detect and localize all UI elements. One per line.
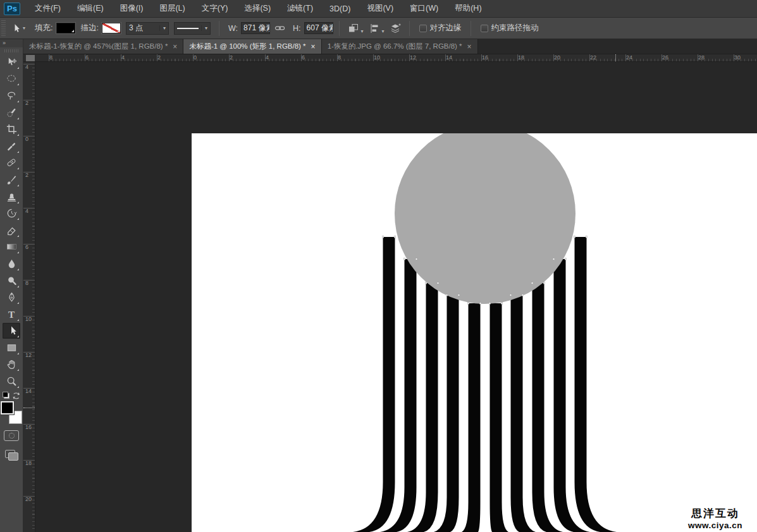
tool-blur[interactable] xyxy=(3,256,20,272)
menu-item-4[interactable]: 文字(Y) xyxy=(194,0,237,17)
options-bar: ▾ 填充: 描边: 3 点 ▾ ▾ W: 871 像素 H: 607 像素 ▾ … xyxy=(0,18,757,39)
fill-color-swatch[interactable] xyxy=(56,23,75,33)
watermark-url: www.ciya.cn xyxy=(682,521,749,530)
path-anchor-point[interactable] xyxy=(510,294,512,296)
tool-history-brush[interactable] xyxy=(3,205,20,221)
pasteboard[interactable]: 思洋互动 www.ciya.cn xyxy=(35,62,757,532)
shape-width-field[interactable]: 871 像素 xyxy=(241,22,270,34)
path-anchor-point[interactable] xyxy=(403,258,405,260)
width-label: W: xyxy=(228,24,238,33)
path-anchor-point[interactable] xyxy=(574,236,575,238)
ruler-origin-corner[interactable] xyxy=(23,54,35,61)
solid-line-icon xyxy=(177,28,199,29)
stroke-width-select[interactable]: 3 点 ▾ xyxy=(126,22,169,35)
horizontal-ruler[interactable]: 8642024681012141618202224262830 xyxy=(35,54,757,61)
photoshop-logo[interactable]: Ps xyxy=(4,3,20,15)
path-anchor-point[interactable] xyxy=(479,303,481,305)
menu-item-3[interactable]: 图层(L) xyxy=(151,0,193,17)
tool-type[interactable]: T xyxy=(3,306,20,322)
v-ruler-number: 2 xyxy=(25,172,32,178)
path-operations-button[interactable]: ▾ xyxy=(348,23,364,34)
menu-item-10[interactable]: 帮助(H) xyxy=(446,0,489,17)
tool-move[interactable] xyxy=(3,54,20,70)
current-tool-preset[interactable]: ▾ xyxy=(9,23,25,34)
path-anchor-point[interactable] xyxy=(489,303,491,305)
menu-item-1[interactable]: 编辑(E) xyxy=(69,0,112,17)
ruler-row: 8642024681012141618202224262830 xyxy=(23,54,757,62)
tool-elliptical-marquee[interactable] xyxy=(3,71,20,87)
path-anchor-point[interactable] xyxy=(382,236,384,238)
tool-clone-stamp[interactable] xyxy=(3,189,20,205)
tool-rectangle[interactable] xyxy=(3,340,20,356)
tab-close-icon[interactable]: × xyxy=(467,44,472,50)
path-alignment-icon xyxy=(369,23,380,34)
path-anchor-point[interactable] xyxy=(553,258,555,260)
tab-close-icon[interactable]: × xyxy=(173,44,177,50)
menu-item-5[interactable]: 选择(S) xyxy=(236,0,279,17)
tool-gradient[interactable] xyxy=(3,239,20,255)
link-dimensions-button[interactable] xyxy=(274,23,285,33)
h-ruler-number: 18 xyxy=(518,54,524,61)
document-area: 未标题-1-恢复的 @ 457%(图层 1, RGB/8) *×未标题-1 @ … xyxy=(23,39,757,532)
tool-lasso[interactable] xyxy=(3,88,20,104)
tool-crop[interactable] xyxy=(3,121,20,137)
path-anchor-point[interactable] xyxy=(531,282,533,284)
h-ruler-number: 2 xyxy=(157,54,161,61)
shape-height-field[interactable]: 607 像素 xyxy=(304,22,333,34)
swap-colors-icon[interactable] xyxy=(11,391,21,401)
toolbar-grip[interactable] xyxy=(4,49,18,52)
screen-mode-button[interactable] xyxy=(4,449,19,461)
chevron-down-icon: ▾ xyxy=(159,25,166,31)
canvas[interactable]: 思洋互动 www.ciya.cn xyxy=(192,133,757,532)
path-anchor-point[interactable] xyxy=(394,236,396,238)
document-tab-2[interactable]: 1-恢复的.JPG @ 66.7% (图层 7, RGB/8) *× xyxy=(322,39,478,54)
align-edges-checkbox[interactable] xyxy=(419,25,427,32)
path-anchor-point[interactable] xyxy=(458,294,460,296)
path-anchor-point[interactable] xyxy=(501,303,503,305)
document-tab-0[interactable]: 未标题-1-恢复的 @ 457%(图层 1, RGB/8) *× xyxy=(23,39,183,54)
stroke-color-swatch[interactable] xyxy=(102,23,121,33)
path-anchor-point[interactable] xyxy=(565,258,567,260)
constrain-path-drag-checkbox[interactable] xyxy=(481,25,488,32)
path-alignment-button[interactable]: ▾ xyxy=(369,23,385,34)
collapse-toolbar-button[interactable]: » xyxy=(0,39,23,47)
vertical-ruler[interactable]: 4202468101214161820 xyxy=(23,62,35,532)
stroke-type-select[interactable]: ▾ xyxy=(174,22,211,35)
tool-hand[interactable] xyxy=(3,356,20,372)
path-anchor-point[interactable] xyxy=(543,282,545,284)
menu-item-8[interactable]: 视图(V) xyxy=(359,0,402,17)
artwork-svg xyxy=(192,133,757,532)
menu-item-9[interactable]: 窗口(W) xyxy=(402,0,446,17)
path-anchor-point[interactable] xyxy=(425,282,427,284)
quick-mask-button[interactable] xyxy=(4,430,19,441)
options-bar-grip[interactable] xyxy=(1,20,6,37)
tool-spot-healing-brush[interactable] xyxy=(3,155,20,171)
menu-item-7[interactable]: 3D(D) xyxy=(321,0,359,17)
tool-zoom[interactable] xyxy=(3,373,20,389)
tool-eyedropper[interactable] xyxy=(3,138,20,154)
tool-quick-selection[interactable] xyxy=(3,105,20,121)
path-arrangement-button[interactable] xyxy=(390,23,401,34)
menu-item-0[interactable]: 文件(F) xyxy=(27,0,69,17)
path-anchor-point[interactable] xyxy=(467,303,469,305)
menu-item-6[interactable]: 滤镜(T) xyxy=(279,0,321,17)
tool-eraser[interactable] xyxy=(3,222,20,238)
tool-pen[interactable] xyxy=(3,289,20,305)
tool-brush[interactable] xyxy=(3,172,20,188)
tool-dodge[interactable] xyxy=(3,273,20,289)
path-anchor-point[interactable] xyxy=(415,258,417,260)
default-colors-icon[interactable] xyxy=(3,392,9,399)
tab-label: 未标题-1-恢复的 @ 457%(图层 1, RGB/8) * xyxy=(29,42,168,51)
path-anchor-point[interactable] xyxy=(522,294,524,296)
path-anchor-point[interactable] xyxy=(446,294,448,296)
menu-item-2[interactable]: 图像(I) xyxy=(112,0,152,17)
document-tab-1[interactable]: 未标题-1 @ 100% (矩形 1, RGB/8) *× xyxy=(183,39,321,54)
path-anchor-point[interactable] xyxy=(437,282,439,284)
tool-path-selection[interactable] xyxy=(3,323,20,339)
foreground-color-swatch[interactable] xyxy=(1,401,14,414)
tab-close-icon[interactable]: × xyxy=(311,44,316,50)
path-anchor-point[interactable] xyxy=(586,236,588,238)
type-icon: T xyxy=(6,308,18,320)
h-ruler-number: 6 xyxy=(302,54,305,61)
chain-link-icon xyxy=(274,23,285,33)
